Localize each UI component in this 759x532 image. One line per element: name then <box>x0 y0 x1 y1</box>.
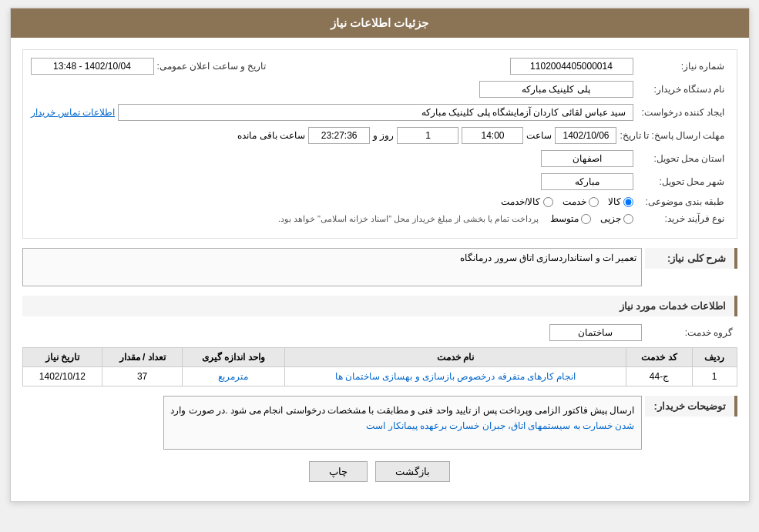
buyer-org-label: نام دستگاه خریدار: <box>636 84 729 95</box>
services-table: ردیف کد خدمت نام خدمت واحد اندازه گیری ت… <box>22 347 737 386</box>
deadline-date: 1402/10/06 <box>555 127 616 144</box>
need-number-value: 1102004405000014 <box>510 58 633 75</box>
category-label-khedmat: خدمت <box>563 196 586 207</box>
date-label: تاریخ و ساعت اعلان عمومی: <box>157 61 270 72</box>
buyer-notes-line1: ارسال پیش فاکتور الزامی وپرداخت پس از تا… <box>170 405 634 416</box>
creator-label: ایجاد کننده درخواست: <box>636 107 729 118</box>
date-value: 1402/10/04 - 13:48 <box>31 58 154 75</box>
category-label-kala: کالا <box>608 196 621 207</box>
purchase-type-label-mota: متوسط <box>550 213 579 224</box>
city-value: مبارکه <box>541 173 633 190</box>
row-province: استان محل تحویل: اصفهان <box>31 150 729 167</box>
category-option-khedmat: خدمت <box>563 196 599 207</box>
col-header-service-name: نام خدمت <box>284 348 626 367</box>
category-radio-khedmat[interactable] <box>589 197 599 207</box>
description-section-title: شرح کلی نیاز: <box>645 248 737 269</box>
deadline-remaining-label: ساعت باقی مانده <box>237 130 305 141</box>
col-header-quantity: تعداد / مقدار <box>102 348 183 367</box>
deadline-label: مهلت ارسال پاسخ: تا تاریخ: <box>620 130 728 141</box>
row-buyer-notes: توضیحات خریدار: ارسال پیش فاکتور الزامی … <box>22 396 737 450</box>
back-button[interactable]: بازگشت <box>375 461 450 482</box>
table-cell-service_code: ج-44 <box>626 367 692 386</box>
page-title: جزئیات اطلاعات نیاز <box>331 16 428 29</box>
table-cell-quantity: 37 <box>102 367 183 386</box>
description-value: تعمیر ات و استانداردسازی اتاق سرور درمان… <box>22 248 642 286</box>
category-radio-kala[interactable] <box>623 197 633 207</box>
need-number-label: شماره نیاز: <box>636 61 729 72</box>
buyer-notes-line2: شدن خسارت به سیستمهای اتاق، جبران خسارت … <box>366 420 634 431</box>
category-label-both: کالا/خدمت <box>501 196 540 207</box>
row-creator: ایجاد کننده درخواست: سید عباس لقائی کارد… <box>31 104 729 121</box>
province-label: استان محل تحویل: <box>636 153 729 164</box>
print-button[interactable]: چاپ <box>309 461 368 482</box>
table-cell-unit: مترمربع <box>182 367 284 386</box>
creator-value: سید عباس لقائی کاردان آزمایشگاه پلی کلین… <box>118 104 633 121</box>
category-option-kala: کالا <box>608 196 633 207</box>
purchase-type-label: نوع فرآیند خرید: <box>636 213 729 224</box>
purchase-type-radio-jozii[interactable] <box>623 214 633 224</box>
table-cell-need_date: 1402/10/12 <box>22 367 102 386</box>
table-cell-service_name: انجام کارهای متفرقه درخصوص بازسازی و بهس… <box>284 367 626 386</box>
services-section-title: اطلاعات خدمات مورد نیاز <box>22 296 737 316</box>
table-row: 1ج-44انجام کارهای متفرقه درخصوص بازسازی … <box>22 367 737 386</box>
deadline-remaining: 23:27:36 <box>308 127 370 144</box>
category-label: طبقه بندی موضوعی: <box>636 196 729 207</box>
deadline-days-label: روز و <box>373 130 394 141</box>
page-header: جزئیات اطلاعات نیاز <box>11 8 749 38</box>
category-option-both: کالا/خدمت <box>501 196 552 207</box>
table-cell-row_num: 1 <box>692 367 737 386</box>
col-header-row-num: ردیف <box>692 348 737 367</box>
deadline-time-label: ساعت <box>526 130 552 141</box>
purchase-type-note: پرداخت تمام یا بخشی از مبلغ خریداز محل "… <box>278 214 539 224</box>
row-purchase-type: نوع فرآیند خرید: جزیی متوسط پرداخت تمام … <box>31 213 729 224</box>
col-header-service-code: کد خدمت <box>626 348 692 367</box>
purchase-type-mota: متوسط <box>550 213 591 224</box>
category-radio-both[interactable] <box>543 197 553 207</box>
purchase-type-label-jozii: جزیی <box>600 213 621 224</box>
purchase-type-jozii: جزیی <box>600 213 633 224</box>
purchase-type-radio-group: جزیی متوسط <box>550 213 633 224</box>
city-label: شهر محل تحویل: <box>636 176 729 187</box>
content-area: شماره نیاز: 1102004405000014 تاریخ و ساع… <box>11 38 749 501</box>
contact-link[interactable]: اطلاعات تماس خریدار <box>31 107 116 118</box>
row-category: طبقه بندی موضوعی: کالا خدمت کالا/خدمت <box>31 196 729 207</box>
service-group-value: ساختمان <box>549 324 642 341</box>
buyer-notes-label: توضیحات خریدار: <box>645 396 737 417</box>
purchase-type-radio-mota[interactable] <box>581 214 591 224</box>
row-buyer-org: نام دستگاه خریدار: پلی کلینیک مبارکه <box>31 81 729 98</box>
row-need-number: شماره نیاز: 1102004405000014 تاریخ و ساع… <box>31 58 729 75</box>
deadline-time: 14:00 <box>462 127 523 144</box>
province-value: اصفهان <box>541 150 633 167</box>
category-radio-group: کالا خدمت کالا/خدمت <box>501 196 633 207</box>
info-section: شماره نیاز: 1102004405000014 تاریخ و ساع… <box>22 49 737 239</box>
row-description: شرح کلی نیاز: تعمیر ات و استانداردسازی ا… <box>22 248 737 286</box>
col-header-need-date: تاریخ نیاز <box>22 348 102 367</box>
main-container: جزئیات اطلاعات نیاز شماره نیاز: 11020044… <box>10 8 750 502</box>
col-header-unit: واحد اندازه گیری <box>182 348 284 367</box>
row-service-group: گروه خدمت: ساختمان <box>22 324 737 341</box>
buttons-row: بازگشت چاپ <box>22 461 737 490</box>
buyer-notes-content: ارسال پیش فاکتور الزامی وپرداخت پس از تا… <box>163 396 641 450</box>
service-group-label: گروه خدمت: <box>645 327 737 338</box>
row-deadline: مهلت ارسال پاسخ: تا تاریخ: 1402/10/06 سا… <box>31 127 729 144</box>
deadline-days: 1 <box>397 127 458 144</box>
buyer-org-value: پلی کلینیک مبارکه <box>479 81 633 98</box>
row-city: شهر محل تحویل: مبارکه <box>31 173 729 190</box>
